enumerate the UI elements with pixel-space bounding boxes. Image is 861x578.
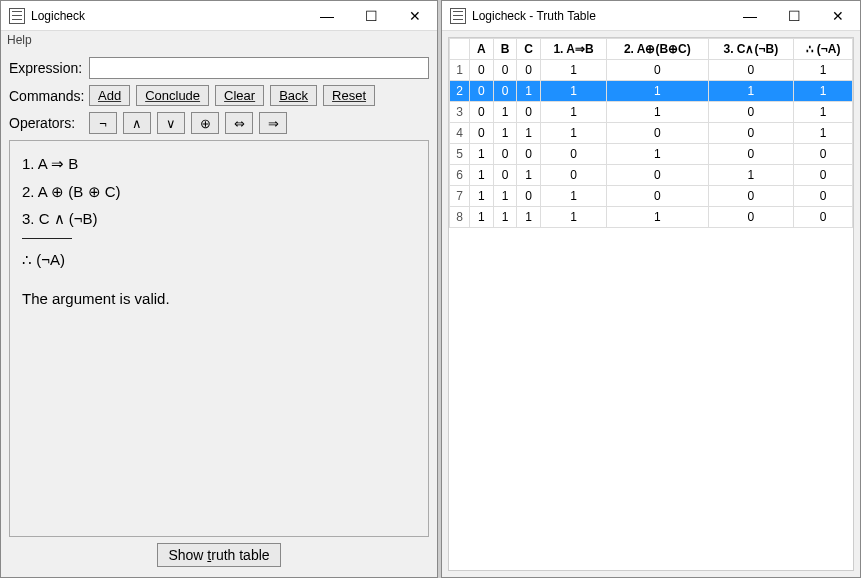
row-number: 7 (450, 186, 470, 207)
cell: 0 (541, 165, 607, 186)
table-row[interactable]: 81111100 (450, 207, 853, 228)
app-icon (9, 8, 25, 24)
truth-table: ABC1. A⇒B2. A⊕(B⊕C)3. C∧(¬B)∴ (¬A) 10001… (449, 38, 853, 228)
op-and-button[interactable]: ∧ (123, 112, 151, 134)
cell: 0 (794, 207, 853, 228)
app-icon (450, 8, 466, 24)
window-controls: — ☐ ✕ (728, 1, 860, 30)
cell: 1 (517, 123, 541, 144)
minimize-button[interactable]: — (728, 1, 772, 30)
op-not-button[interactable]: ¬ (89, 112, 117, 134)
menubar: Help (1, 31, 437, 53)
cell: 0 (493, 60, 517, 81)
table-row[interactable]: 10001001 (450, 60, 853, 81)
column-header: C (517, 39, 541, 60)
cell: 1 (606, 144, 708, 165)
row-number: 1 (450, 60, 470, 81)
cell: 0 (794, 165, 853, 186)
cell: 1 (541, 60, 607, 81)
operators-label: Operators: (9, 115, 89, 131)
menu-help[interactable]: Help (7, 33, 32, 47)
maximize-button[interactable]: ☐ (772, 1, 816, 30)
cell: 0 (517, 144, 541, 165)
cell: 1 (541, 123, 607, 144)
cell: 1 (541, 102, 607, 123)
cell: 1 (541, 186, 607, 207)
op-imp-button[interactable]: ⇒ (259, 112, 287, 134)
window-title: Logicheck - Truth Table (472, 9, 728, 23)
table-row[interactable]: 71101000 (450, 186, 853, 207)
verdict-text: The argument is valid. (22, 286, 416, 312)
row-number: 3 (450, 102, 470, 123)
cell: 0 (470, 81, 494, 102)
cell: 0 (470, 60, 494, 81)
cell: 1 (493, 123, 517, 144)
cell: 1 (541, 207, 607, 228)
cell: 1 (470, 144, 494, 165)
truth-table-container: ABC1. A⇒B2. A⊕(B⊕C)3. C∧(¬B)∴ (¬A) 10001… (448, 37, 854, 571)
cell: 0 (470, 102, 494, 123)
commands-label: Commands: (9, 88, 89, 104)
column-header: 1. A⇒B (541, 39, 607, 60)
cell: 0 (708, 186, 793, 207)
cell: 1 (493, 102, 517, 123)
op-xor-button[interactable]: ⊕ (191, 112, 219, 134)
cell: 0 (606, 186, 708, 207)
cell: 1 (470, 207, 494, 228)
row-number: 5 (450, 144, 470, 165)
conclude-button[interactable]: Conclude (136, 85, 209, 106)
titlebar: Logicheck - Truth Table — ☐ ✕ (442, 1, 860, 31)
cell: 0 (493, 165, 517, 186)
close-button[interactable]: ✕ (816, 1, 860, 30)
cell: 0 (606, 60, 708, 81)
cell: 1 (606, 102, 708, 123)
show-truth-table-button[interactable]: Show truth table (157, 543, 280, 567)
cell: 0 (517, 186, 541, 207)
cell: 1 (794, 60, 853, 81)
cell: 0 (708, 123, 793, 144)
truth-table-window: Logicheck - Truth Table — ☐ ✕ ABC1. A⇒B2… (441, 0, 861, 578)
row-number: 2 (450, 81, 470, 102)
cell: 1 (470, 186, 494, 207)
titlebar: Logicheck — ☐ ✕ (1, 1, 437, 31)
reset-button[interactable]: Reset (323, 85, 375, 106)
row-number-header (450, 39, 470, 60)
row-number: 6 (450, 165, 470, 186)
back-button[interactable]: Back (270, 85, 317, 106)
cell: 0 (606, 165, 708, 186)
expression-label: Expression: (9, 60, 89, 76)
expression-input[interactable] (89, 57, 429, 79)
op-or-button[interactable]: ∨ (157, 112, 185, 134)
cell: 0 (517, 60, 541, 81)
table-row[interactable]: 51000100 (450, 144, 853, 165)
premise-line: 3. C ∧ (¬B) (22, 206, 416, 232)
table-row[interactable]: 30101101 (450, 102, 853, 123)
table-row[interactable]: 40111001 (450, 123, 853, 144)
close-button[interactable]: ✕ (393, 1, 437, 30)
cell: 1 (708, 81, 793, 102)
divider-line (22, 238, 72, 239)
cell: 0 (541, 144, 607, 165)
cell: 0 (708, 102, 793, 123)
cell: 1 (541, 81, 607, 102)
premise-line: 1. A ⇒ B (22, 151, 416, 177)
row-number: 4 (450, 123, 470, 144)
show-truth-suffix: ruth table (211, 547, 269, 563)
table-header-row: ABC1. A⇒B2. A⊕(B⊕C)3. C∧(¬B)∴ (¬A) (450, 39, 853, 60)
table-row[interactable]: 61010010 (450, 165, 853, 186)
table-row[interactable]: 20011111 (450, 81, 853, 102)
conclusion-line: ∴ (¬A) (22, 247, 416, 273)
cell: 0 (708, 60, 793, 81)
column-header: 3. C∧(¬B) (708, 39, 793, 60)
cell: 0 (794, 186, 853, 207)
minimize-button[interactable]: — (305, 1, 349, 30)
cell: 0 (493, 81, 517, 102)
cell: 1 (708, 165, 793, 186)
cell: 1 (493, 207, 517, 228)
clear-button[interactable]: Clear (215, 85, 264, 106)
add-button[interactable]: Add (89, 85, 130, 106)
op-iff-button[interactable]: ⇔ (225, 112, 253, 134)
maximize-button[interactable]: ☐ (349, 1, 393, 30)
body: Expression: Commands: Add Conclude Clear… (1, 53, 437, 577)
cell: 1 (517, 165, 541, 186)
